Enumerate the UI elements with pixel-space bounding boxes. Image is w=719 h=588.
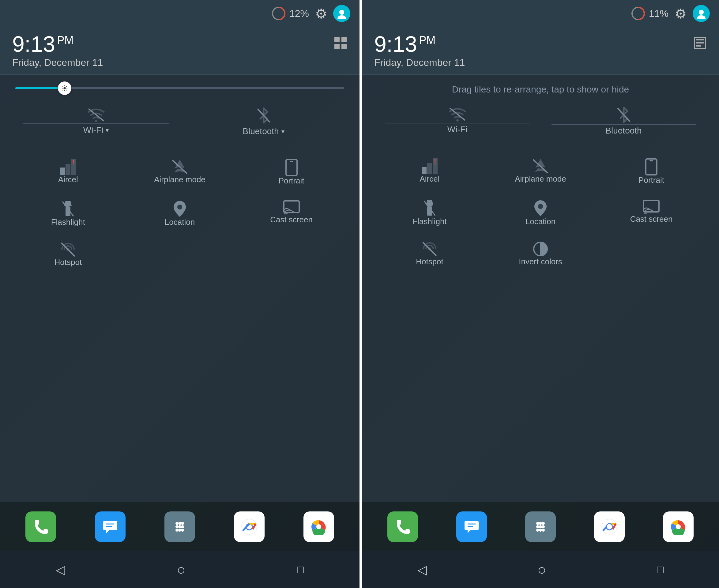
portrait-tile-left[interactable]: Portrait — [235, 152, 347, 193]
brightness-thumb-left[interactable] — [58, 82, 71, 95]
svg-point-37 — [178, 522, 181, 525]
flashlight-tile-left[interactable]: Flashlight — [12, 193, 124, 234]
portrait-tile-right[interactable]: Portrait — [596, 151, 707, 192]
hotspot-label-right: Hotspot — [416, 257, 443, 267]
phone-app-icon-right — [395, 519, 411, 535]
svg-text:!: ! — [72, 159, 75, 166]
user-avatar-left[interactable] — [333, 5, 350, 22]
bt-divider-right — [551, 124, 696, 125]
svg-rect-73 — [465, 521, 479, 530]
dock-phone-left[interactable] — [25, 511, 56, 542]
grid-icon-left[interactable] — [334, 36, 347, 52]
photos-app-icon-right — [670, 519, 686, 535]
wifi-off-icon-left — [87, 107, 105, 122]
svg-rect-51 — [696, 39, 704, 40]
status-bar-left: 12% ⚙ — [0, 0, 360, 27]
invert-tile-right[interactable]: Invert colors — [485, 234, 596, 274]
dock-messages-left[interactable] — [95, 511, 126, 542]
svg-rect-5 — [341, 44, 347, 49]
svg-line-13 — [66, 86, 67, 87]
svg-rect-32 — [103, 521, 117, 530]
airplane-label-right: Airplane mode — [515, 174, 566, 184]
settings-icon-left[interactable]: ⚙ — [315, 6, 327, 21]
notif-header-left: 9:13PM Friday, December 11 — [0, 27, 360, 75]
dock-photos-left[interactable] — [303, 511, 334, 542]
dock-chrome-right[interactable] — [594, 511, 625, 542]
hotspot-tile-left[interactable]: Hotspot — [12, 234, 124, 274]
svg-point-79 — [542, 522, 545, 525]
airplane-icon-right — [532, 158, 549, 174]
svg-point-6 — [63, 87, 65, 89]
back-button-left[interactable]: ◁ — [46, 560, 75, 580]
dock-phone-right[interactable] — [387, 511, 418, 542]
sun-icon-left — [61, 85, 68, 91]
svg-marker-57 — [422, 167, 427, 174]
dock-chrome-left[interactable] — [234, 511, 265, 542]
dock-photos-right[interactable] — [663, 511, 694, 542]
clock-left: 9:13PM — [12, 33, 103, 55]
airplane-icon-left — [171, 159, 188, 175]
bt-divider-left — [191, 125, 336, 125]
battery-section-left: 12% — [272, 6, 309, 21]
home-button-left[interactable]: ○ — [168, 558, 195, 581]
svg-rect-4 — [334, 44, 340, 49]
back-button-right[interactable]: ◁ — [408, 560, 436, 580]
svg-marker-76 — [468, 530, 471, 533]
messages-app-icon-right — [463, 519, 480, 535]
portrait-label-right: Portrait — [638, 175, 664, 185]
edit-icon-right[interactable] — [693, 36, 707, 52]
aircel-tile-left[interactable]: ! Aircel — [12, 152, 124, 193]
cast-tile-right[interactable]: Cast screen — [596, 192, 707, 234]
chrome-app-icon-right — [601, 519, 618, 535]
app-dock-right — [362, 502, 719, 551]
airplane-tile-right[interactable]: Airplane mode — [485, 151, 596, 192]
svg-marker-19 — [65, 164, 70, 175]
hotspot-icon-right — [422, 241, 438, 257]
brightness-row-left[interactable] — [0, 75, 360, 98]
bluetooth-tile-right[interactable]: Bluetooth — [541, 101, 707, 142]
invert-label-right: Invert colors — [519, 257, 562, 267]
svg-marker-35 — [106, 530, 109, 533]
recent-button-right[interactable]: □ — [648, 560, 673, 579]
settings-icon-right[interactable]: ⚙ — [675, 6, 686, 21]
recent-button-left[interactable]: □ — [288, 560, 313, 579]
wifi-tile-left[interactable]: Wi-Fi ▾ — [12, 101, 180, 142]
portrait-label-left: Portrait — [279, 176, 304, 186]
airplane-label-left: Airplane mode — [154, 175, 206, 184]
wifi-label-right: Wi-Fi — [447, 125, 467, 134]
svg-point-1 — [339, 10, 344, 15]
portrait-icon-left — [286, 159, 298, 176]
hotspot-tile-right[interactable]: Hotspot — [374, 234, 485, 274]
phone-app-icon-left — [33, 519, 49, 535]
user-avatar-right[interactable] — [693, 5, 710, 22]
svg-point-85 — [542, 529, 545, 532]
svg-line-11 — [62, 86, 63, 87]
portrait-icon-right — [645, 158, 657, 175]
dock-messages-right[interactable] — [456, 511, 487, 542]
flashlight-tile-right[interactable]: Flashlight — [374, 192, 485, 234]
aircel-label-left: Aircel — [58, 175, 78, 184]
svg-marker-18 — [60, 168, 65, 175]
dock-dialer-left[interactable] — [165, 511, 195, 542]
bt-label-left: Bluetooth — [242, 126, 279, 136]
bluetooth-tile-left[interactable]: Bluetooth ▾ — [180, 101, 347, 142]
aircel-tile-right[interactable]: ! Aircel — [374, 151, 485, 192]
brightness-track-left[interactable] — [15, 87, 344, 89]
cast-tile-left[interactable]: Cast screen — [235, 193, 347, 234]
airplane-tile-left[interactable]: Airplane mode — [124, 152, 236, 193]
location-tile-right[interactable]: Location — [485, 192, 596, 234]
tiles-grid-left: ! Aircel Airplane mode — [0, 149, 360, 277]
home-button-right[interactable]: ○ — [528, 558, 555, 581]
dock-dialer-right[interactable] — [525, 511, 556, 542]
svg-rect-2 — [334, 37, 340, 42]
svg-point-43 — [178, 529, 181, 532]
svg-point-36 — [175, 522, 178, 525]
svg-point-66 — [538, 204, 543, 209]
flashlight-icon-right — [423, 200, 436, 217]
svg-point-78 — [539, 522, 542, 525]
wifi-divider-right — [385, 123, 529, 123]
signal-icon-right: ! — [422, 158, 438, 174]
wifi-tile-right[interactable]: Wi-Fi — [374, 101, 541, 142]
location-tile-left[interactable]: Location — [124, 193, 236, 234]
time-section-left: 9:13PM Friday, December 11 — [12, 33, 103, 68]
